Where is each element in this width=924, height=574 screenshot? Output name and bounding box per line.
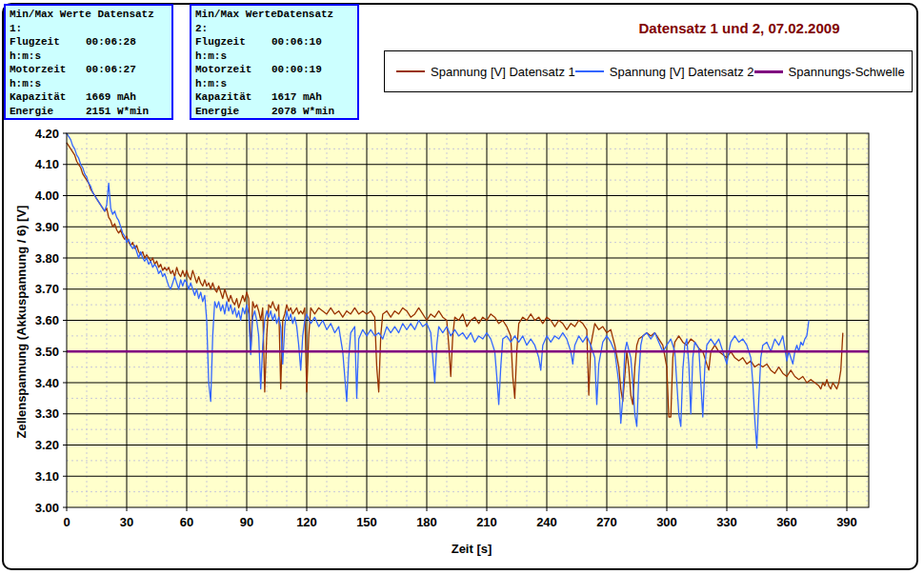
infobox-row-label: Energie [195, 105, 271, 119]
x-tick-label: 180 [416, 515, 437, 529]
chart-window: 03060901201501802102402703003303603903.0… [0, 0, 924, 574]
legend-label: Spannung [V] Datensatz 2 [610, 65, 754, 79]
y-tick-label: 3.70 [35, 282, 59, 296]
x-tick-label: 60 [180, 515, 193, 529]
infobox-row: Motorzeit00:00:19 [195, 63, 353, 77]
y-tick-label: 3.40 [35, 376, 59, 390]
minmax-box-datensatz-1: Min/Max Werte Datensatz 1: Flugzeit00:06… [4, 4, 173, 120]
legend-label: Spannung [V] Datensatz 1 [431, 65, 575, 79]
x-tick-label: 150 [356, 515, 377, 529]
y-tick-label: 4.20 [35, 127, 59, 141]
y-tick-label: 3.90 [35, 220, 59, 234]
infobox-row: Motorzeit00:06:27 [10, 63, 168, 77]
infobox-row-value: 2151 W*min [86, 105, 149, 119]
infobox-row-value: 00:06:10 [271, 35, 322, 49]
x-tick-label: 0 [63, 515, 70, 529]
infobox-row: h:m:s [10, 49, 168, 64]
infobox-row-value: 1669 mAh [86, 90, 136, 105]
infobox-row: h:m:s [195, 77, 353, 91]
legend-entry-datensatz-2: Spannung [V] Datensatz 2 [575, 65, 754, 79]
x-tick-label: 120 [296, 515, 317, 529]
infobox-row: h:m:s [10, 77, 168, 91]
line-swatch-icon [396, 70, 425, 72]
infobox-row-label: Motorzeit [195, 63, 271, 77]
infobox-row-value: 00:00:19 [271, 63, 322, 77]
y-tick-label: 3.30 [35, 406, 59, 421]
infobox-row-label: h:m:s [195, 77, 271, 91]
infobox-row-label: Flugzeit [195, 35, 271, 49]
infobox-row: Flugzeit00:06:10 [195, 35, 353, 49]
y-tick-label: 3.20 [35, 438, 59, 452]
infobox-row-label: h:m:s [195, 49, 271, 64]
x-tick-label: 210 [476, 515, 497, 529]
infobox-title-line: Min/Max WerteDatensatz [195, 8, 353, 22]
infobox-row-label: Kapazität [10, 90, 86, 105]
infobox-title-line: 2: [195, 22, 353, 36]
x-tick-label: 270 [596, 515, 617, 529]
x-tick-label: 390 [836, 515, 857, 529]
y-tick-label: 4.00 [35, 188, 59, 203]
x-tick-label: 30 [120, 515, 133, 529]
infobox-row: Kapazität1617 mAh [195, 90, 353, 105]
infobox-row: h:m:s [195, 49, 353, 64]
y-tick-label: 4.10 [35, 157, 59, 171]
infobox-row-label: h:m:s [10, 49, 86, 64]
infobox-row: Flugzeit00:06:28 [10, 35, 168, 49]
infobox-row-label: Motorzeit [10, 63, 86, 77]
legend-entry-schwelle: Spannungs-Schwelle [754, 65, 905, 79]
legend-entry-datensatz-1: Spannung [V] Datensatz 1 [396, 65, 575, 79]
y-tick-label: 3.10 [35, 469, 59, 484]
line-swatch-icon [754, 70, 783, 73]
infobox-row-value: 00:06:28 [86, 35, 136, 49]
chart-legend: Spannung [V] Datensatz 1 Spannung [V] Da… [384, 50, 913, 92]
infobox-row-label: Kapazität [195, 90, 271, 105]
legend-label: Spannungs-Schwelle [789, 65, 905, 79]
infobox-row-label: Energie [10, 105, 86, 119]
y-tick-label: 3.60 [35, 313, 59, 327]
x-axis-title: Zeit [s] [452, 542, 492, 556]
infobox-title-line: Min/Max Werte Datensatz [10, 8, 168, 22]
infobox-row-value: 00:06:27 [86, 63, 136, 77]
infobox-row-label: h:m:s [10, 77, 86, 91]
x-tick-label: 300 [656, 515, 677, 529]
infobox-row-label: Flugzeit [10, 35, 86, 49]
x-tick-label: 240 [536, 515, 557, 529]
chart-title: Datensatz 1 und 2, 07.02.2009 [562, 20, 916, 36]
y-tick-label: 3.00 [35, 501, 59, 515]
infobox-row: Energie2078 W*min [195, 105, 353, 119]
minmax-box-datensatz-2: Min/Max WerteDatensatz 2: Flugzeit00:06:… [190, 4, 359, 120]
x-tick-label: 330 [716, 515, 737, 529]
x-tick-label: 360 [776, 515, 797, 529]
infobox-row-value: 1617 mAh [271, 90, 322, 105]
x-tick-label: 90 [240, 515, 253, 529]
y-tick-label: 3.80 [35, 251, 59, 266]
infobox-row: Energie2151 W*min [10, 105, 168, 119]
y-axis-title: Zellenspannung (Akkuspannung / 6) [V] [14, 206, 29, 439]
line-swatch-icon [575, 70, 604, 72]
infobox-title-line: 1: [10, 22, 168, 36]
infobox-row: Kapazität1669 mAh [10, 90, 168, 105]
y-tick-label: 3.50 [35, 345, 59, 359]
infobox-row-value: 2078 W*min [271, 105, 334, 119]
